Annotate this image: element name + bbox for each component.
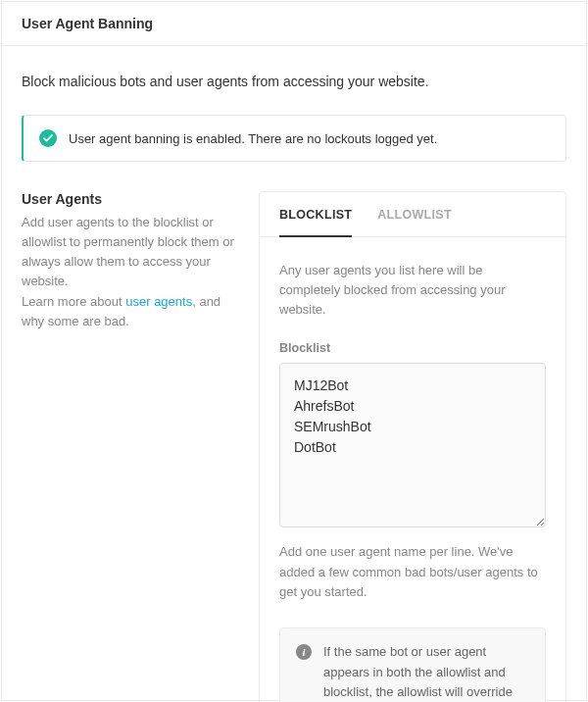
tab-panel-blocklist: Any user agents you list here will be co…: [260, 237, 565, 702]
user-agents-link[interactable]: user agents: [125, 294, 192, 309]
status-notice: User agent banning is enabled. There are…: [22, 115, 566, 162]
intro-text: Block malicious bots and user agents fro…: [22, 74, 566, 89]
blocklist-help: Add one user agent name per line. We've …: [279, 542, 546, 601]
blocklist-textarea[interactable]: [279, 363, 546, 527]
infobox: i If the same bot or user agent appears …: [279, 627, 546, 702]
tab-allowlist[interactable]: ALLOWLIST: [377, 192, 452, 237]
tab-blocklist[interactable]: BLOCKLIST: [279, 192, 352, 237]
content-columns: User Agents Add user agents to the block…: [22, 191, 566, 702]
desc-line-1: Add user agents to the blocklist or allo…: [22, 215, 234, 288]
panel-body: Block malicious bots and user agents fro…: [2, 46, 586, 702]
blocklist-description: Any user agents you list here will be co…: [279, 261, 546, 320]
section-heading: User Agents: [22, 191, 239, 207]
learn-more-prefix: Learn more about: [22, 294, 125, 309]
tab-bar: BLOCKLIST ALLOWLIST: [260, 192, 565, 237]
section-sidebar: User Agents Add user agents to the block…: [22, 191, 239, 331]
status-notice-text: User agent banning is enabled. There are…: [69, 131, 437, 146]
user-agent-banning-panel: User Agent Banning Block malicious bots …: [1, 1, 587, 701]
panel-header: User Agent Banning: [2, 2, 586, 46]
tabs-container: BLOCKLIST ALLOWLIST Any user agents you …: [259, 191, 566, 702]
check-circle-icon: [39, 129, 57, 147]
infobox-text: If the same bot or user agent appears in…: [323, 642, 529, 702]
section-description: Add user agents to the blocklist or allo…: [22, 213, 239, 331]
blocklist-label: Blocklist: [279, 341, 546, 355]
panel-title: User Agent Banning: [22, 16, 566, 31]
info-icon: i: [296, 644, 312, 660]
